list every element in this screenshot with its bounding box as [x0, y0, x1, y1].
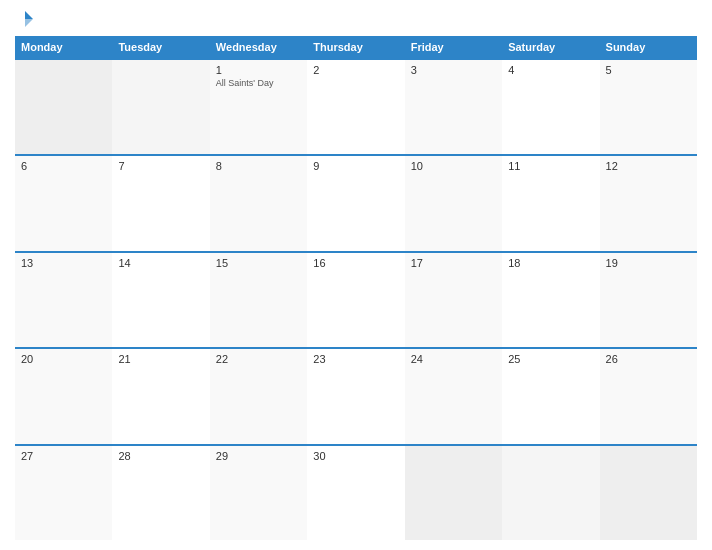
calendar-header: MondayTuesdayWednesdayThursdayFridaySatu… [15, 36, 697, 58]
day-number: 29 [216, 450, 301, 462]
calendar-cell: 11 [502, 156, 599, 250]
calendar-cell: 18 [502, 253, 599, 347]
calendar-cell: 6 [15, 156, 112, 250]
day-number: 3 [411, 64, 496, 76]
calendar-cell: 3 [405, 60, 502, 154]
day-number: 8 [216, 160, 301, 172]
calendar-cell: 2 [307, 60, 404, 154]
weekday-header-sunday: Sunday [600, 36, 697, 58]
calendar-grid: MondayTuesdayWednesdayThursdayFridaySatu… [15, 36, 697, 540]
day-number: 16 [313, 257, 398, 269]
day-event: All Saints' Day [216, 78, 301, 88]
calendar-cell: 30 [307, 446, 404, 540]
calendar-cell: 9 [307, 156, 404, 250]
calendar-cell: 5 [600, 60, 697, 154]
calendar-cell: 27 [15, 446, 112, 540]
day-number: 9 [313, 160, 398, 172]
calendar-week-1: 1All Saints' Day2345 [15, 58, 697, 154]
day-number: 12 [606, 160, 691, 172]
calendar-page: MondayTuesdayWednesdayThursdayFridaySatu… [0, 0, 712, 550]
day-number: 2 [313, 64, 398, 76]
calendar-cell [405, 446, 502, 540]
calendar-week-4: 20212223242526 [15, 347, 697, 443]
calendar-week-2: 6789101112 [15, 154, 697, 250]
calendar-cell: 12 [600, 156, 697, 250]
day-number: 4 [508, 64, 593, 76]
svg-marker-1 [25, 19, 33, 27]
day-number: 30 [313, 450, 398, 462]
calendar-cell: 26 [600, 349, 697, 443]
day-number: 10 [411, 160, 496, 172]
weekday-header-monday: Monday [15, 36, 112, 58]
day-number: 13 [21, 257, 106, 269]
day-number: 19 [606, 257, 691, 269]
calendar-cell: 22 [210, 349, 307, 443]
day-number: 26 [606, 353, 691, 365]
calendar-body: 1All Saints' Day234567891011121314151617… [15, 58, 697, 540]
calendar-cell [112, 60, 209, 154]
day-number: 15 [216, 257, 301, 269]
calendar-cell: 25 [502, 349, 599, 443]
calendar-cell: 14 [112, 253, 209, 347]
day-number: 1 [216, 64, 301, 76]
day-number: 14 [118, 257, 203, 269]
calendar-cell: 29 [210, 446, 307, 540]
day-number: 24 [411, 353, 496, 365]
day-number: 20 [21, 353, 106, 365]
calendar-cell [15, 60, 112, 154]
weekday-header-friday: Friday [405, 36, 502, 58]
calendar-cell: 20 [15, 349, 112, 443]
calendar-cell: 15 [210, 253, 307, 347]
logo-flag-icon [16, 10, 34, 28]
day-number: 17 [411, 257, 496, 269]
calendar-week-3: 13141516171819 [15, 251, 697, 347]
weekday-header-thursday: Thursday [307, 36, 404, 58]
calendar-cell: 23 [307, 349, 404, 443]
calendar-cell [502, 446, 599, 540]
calendar-cell: 4 [502, 60, 599, 154]
calendar-cell: 1All Saints' Day [210, 60, 307, 154]
day-number: 6 [21, 160, 106, 172]
calendar-cell: 28 [112, 446, 209, 540]
calendar-cell: 7 [112, 156, 209, 250]
calendar-cell: 19 [600, 253, 697, 347]
day-number: 22 [216, 353, 301, 365]
day-number: 7 [118, 160, 203, 172]
calendar-cell: 17 [405, 253, 502, 347]
weekday-header-wednesday: Wednesday [210, 36, 307, 58]
calendar-cell: 21 [112, 349, 209, 443]
logo [15, 10, 34, 26]
day-number: 23 [313, 353, 398, 365]
calendar-cell: 13 [15, 253, 112, 347]
weekday-header-tuesday: Tuesday [112, 36, 209, 58]
calendar-cell [600, 446, 697, 540]
calendar-cell: 8 [210, 156, 307, 250]
day-number: 18 [508, 257, 593, 269]
weekday-header-saturday: Saturday [502, 36, 599, 58]
day-number: 28 [118, 450, 203, 462]
calendar-cell: 16 [307, 253, 404, 347]
day-number: 11 [508, 160, 593, 172]
day-number: 27 [21, 450, 106, 462]
svg-marker-0 [25, 11, 33, 19]
day-number: 25 [508, 353, 593, 365]
calendar-week-5: 27282930 [15, 444, 697, 540]
day-number: 21 [118, 353, 203, 365]
calendar-cell: 24 [405, 349, 502, 443]
calendar-cell: 10 [405, 156, 502, 250]
header [15, 10, 697, 26]
day-number: 5 [606, 64, 691, 76]
